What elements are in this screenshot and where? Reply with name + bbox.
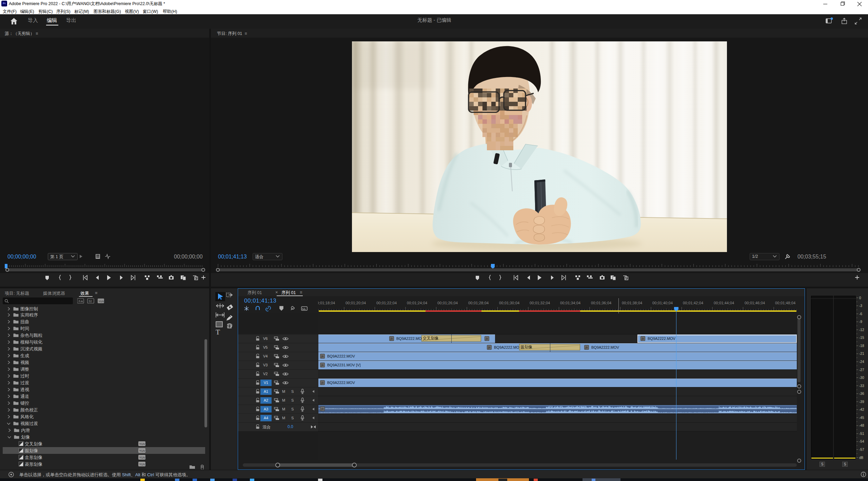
svg-text:-54: -54 xyxy=(859,440,864,443)
svg-text:-57: -57 xyxy=(859,448,864,451)
svg-text:YUV: YUV xyxy=(139,456,145,459)
svg-text:T: T xyxy=(216,328,220,336)
svg-text:-33: -33 xyxy=(859,384,864,388)
svg-text:YUV: YUV xyxy=(139,449,145,453)
svg-text:-39: -39 xyxy=(859,400,864,404)
svg-text:-9: -9 xyxy=(859,320,862,324)
svg-text:-6: -6 xyxy=(859,312,862,316)
svg-text:-3: -3 xyxy=(859,304,862,308)
svg-text:-51: -51 xyxy=(859,432,864,436)
svg-text:-48: -48 xyxy=(859,424,864,427)
svg-text:YUV: YUV xyxy=(139,442,145,446)
svg-text:YUV: YUV xyxy=(139,463,145,466)
svg-text:-45: -45 xyxy=(859,416,864,420)
svg-text:32: 32 xyxy=(88,300,92,303)
svg-text:-15: -15 xyxy=(859,336,864,340)
svg-text:-18: -18 xyxy=(859,344,864,348)
svg-text:-24: -24 xyxy=(859,360,864,364)
svg-text:-36: -36 xyxy=(859,392,864,396)
svg-text:YUV: YUV xyxy=(99,300,104,303)
svg-text:dB: dB xyxy=(859,456,864,460)
svg-text:-27: -27 xyxy=(859,368,864,372)
svg-text:0: 0 xyxy=(859,296,861,300)
svg-text:-42: -42 xyxy=(859,408,864,411)
svg-text:-12: -12 xyxy=(859,328,864,332)
svg-text:-30: -30 xyxy=(859,376,864,380)
svg-text:-21: -21 xyxy=(859,352,864,355)
